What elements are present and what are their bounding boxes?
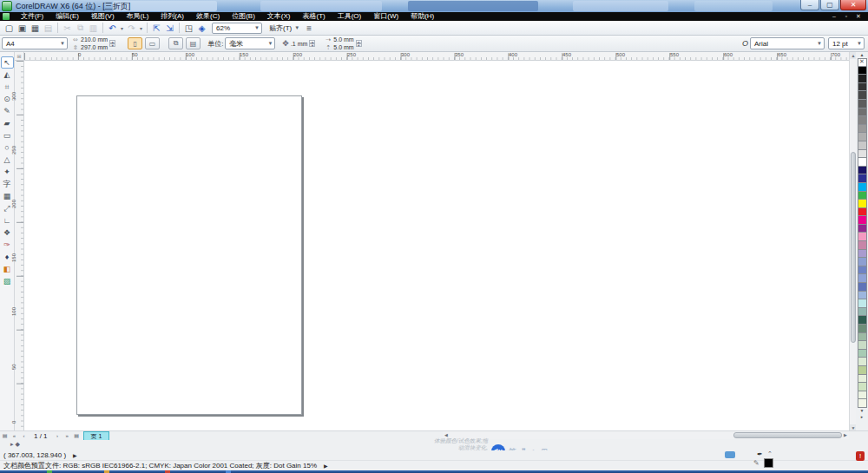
color-swatch[interactable] (858, 366, 867, 375)
tool-icon[interactable]: ✎ (1, 105, 14, 117)
tool-icon[interactable]: ◭ (1, 69, 14, 81)
duplicate-x-field[interactable]: ⇢ 5.0 mm (326, 36, 353, 43)
color-swatch[interactable] (858, 192, 867, 200)
menu-item[interactable]: 编辑(E) (49, 12, 85, 21)
toolbar-button[interactable] (147, 23, 148, 33)
color-swatch[interactable] (858, 350, 867, 358)
add-page-button[interactable]: ▤ (0, 431, 10, 440)
color-swatch[interactable] (858, 383, 867, 391)
color-swatch[interactable] (858, 375, 867, 384)
toolbar-button[interactable] (179, 23, 180, 33)
current-page-size-button[interactable]: ▤ (186, 37, 201, 49)
color-swatch[interactable] (858, 333, 867, 342)
ruler-origin-button[interactable]: ⊞ (15, 52, 24, 61)
color-swatch[interactable] (858, 233, 867, 241)
toolbar-button[interactable]: ▾ (119, 22, 125, 34)
alert-icon[interactable]: ! (856, 451, 865, 461)
color-swatch[interactable] (858, 83, 867, 92)
palette-scroll-down-icon[interactable]: ▼ (860, 408, 865, 414)
color-swatch[interactable] (858, 258, 867, 266)
color-swatch[interactable] (858, 358, 867, 366)
color-swatch[interactable] (858, 183, 867, 192)
drawing-canvas[interactable] (24, 61, 849, 430)
color-swatch[interactable] (858, 292, 867, 300)
menu-item[interactable]: 文本(X) (261, 12, 297, 21)
tool-icon[interactable]: ∟ (1, 214, 14, 227)
landscape-orientation-button[interactable]: ▭ (145, 37, 160, 49)
add-page-button-2[interactable]: ▤ (72, 431, 82, 440)
doc-restore-button[interactable]: ▫ (840, 12, 852, 21)
color-swatch[interactable] (858, 266, 867, 275)
palette-expand-icon[interactable]: ▸ (861, 414, 864, 420)
color-swatch[interactable] (858, 225, 867, 233)
vertical-scrollbar[interactable]: ▲ ▼ (849, 52, 856, 431)
outline-pen-icon[interactable]: ✒ (757, 450, 763, 458)
color-swatch[interactable] (858, 391, 867, 400)
minimize-button[interactable]: – (800, 0, 819, 10)
tool-icon[interactable]: 字 (1, 178, 14, 190)
toolbar-button[interactable]: ▣ (16, 22, 29, 34)
next-page-button[interactable]: › (53, 431, 62, 440)
page-tab[interactable]: 页 1 (83, 431, 110, 440)
maximize-button[interactable]: ▢ (820, 0, 839, 10)
color-swatch[interactable] (858, 399, 867, 408)
last-page-button[interactable]: » (62, 431, 72, 440)
nudge-spinner[interactable]: ▲▼ (309, 40, 315, 47)
all-pages-size-button[interactable]: ⧉ (168, 37, 183, 49)
close-button[interactable]: ✕ (840, 0, 866, 10)
color-swatch[interactable] (858, 174, 867, 183)
color-swatch[interactable] (858, 58, 867, 67)
toolbar-button[interactable]: ◳ (182, 22, 195, 34)
color-swatch[interactable] (858, 299, 867, 308)
title-bar[interactable]: CorelDRAW X6 (64 位) - [三折页] – ▢ ✕ (0, 0, 868, 12)
expand-arrow-icon[interactable]: ▶ (73, 452, 77, 458)
color-swatch[interactable] (858, 274, 867, 283)
color-swatch[interactable] (858, 216, 867, 225)
color-swatch[interactable] (858, 116, 867, 125)
toolbar-button[interactable]: ✂ (61, 22, 74, 34)
color-swatch[interactable] (858, 100, 867, 108)
horizontal-scrollbar-thumb[interactable] (733, 432, 842, 438)
color-swatch[interactable] (858, 125, 867, 134)
tool-icon[interactable]: ↖ (1, 56, 14, 69)
first-page-button[interactable]: « (10, 431, 19, 440)
color-swatch[interactable] (858, 283, 867, 292)
toolbar-button[interactable]: ▾ (138, 22, 144, 34)
toolbar-button[interactable]: ◈ (195, 22, 208, 34)
color-swatch[interactable] (858, 325, 867, 333)
duplicate-y-field[interactable]: ⇡ 5.0 mm (326, 43, 353, 51)
toolbar-button[interactable] (57, 23, 58, 33)
duplicate-spinner[interactable]: ▲▼ (356, 40, 362, 47)
expand-arrow-icon[interactable]: ▶ (324, 463, 328, 469)
units-combo[interactable]: 毫米 ▼ (225, 37, 275, 49)
color-swatch[interactable] (858, 75, 867, 83)
previous-page-button[interactable]: ‹ (19, 431, 29, 440)
color-swatch[interactable] (858, 108, 867, 117)
color-swatch[interactable] (858, 200, 867, 208)
color-swatch[interactable] (858, 341, 867, 350)
fill-color-indicator[interactable] (764, 458, 773, 468)
color-swatch[interactable] (858, 133, 867, 141)
tool-icon[interactable]: ▭ (1, 129, 14, 141)
color-swatch[interactable] (858, 158, 867, 167)
tool-icon[interactable]: ⌗ (1, 81, 14, 93)
toolbar-button[interactable]: ↶ (106, 22, 119, 34)
tool-icon[interactable]: ❖ (1, 227, 14, 239)
drawing-page[interactable] (76, 95, 302, 415)
color-swatch[interactable] (858, 316, 867, 325)
palette-scroll-up-icon[interactable]: ▲ (860, 52, 865, 58)
page-size-combo[interactable]: A4 ▼ (2, 37, 68, 49)
color-swatch[interactable] (858, 91, 867, 100)
nudge-distance-field[interactable]: ✥ .1 mm ▲▼ (282, 37, 315, 49)
tool-icon[interactable]: ✦ (1, 166, 14, 178)
menu-item[interactable]: 视图(V) (85, 12, 121, 21)
menu-item[interactable]: 位图(B) (226, 12, 261, 21)
menu-item[interactable]: 文件(F) (15, 12, 49, 21)
color-swatch[interactable] (858, 308, 867, 317)
toolbar-button[interactable]: ▤ (42, 22, 55, 34)
page-width-field[interactable]: ⬄ 210.0 mm (73, 36, 108, 43)
doc-close-button[interactable]: ✕ (852, 12, 865, 21)
snap-to-dropdown[interactable]: 贴齐(T) ▼ (266, 23, 303, 34)
color-swatch[interactable] (858, 141, 867, 150)
toolbar-button[interactable]: ▦ (29, 22, 42, 34)
